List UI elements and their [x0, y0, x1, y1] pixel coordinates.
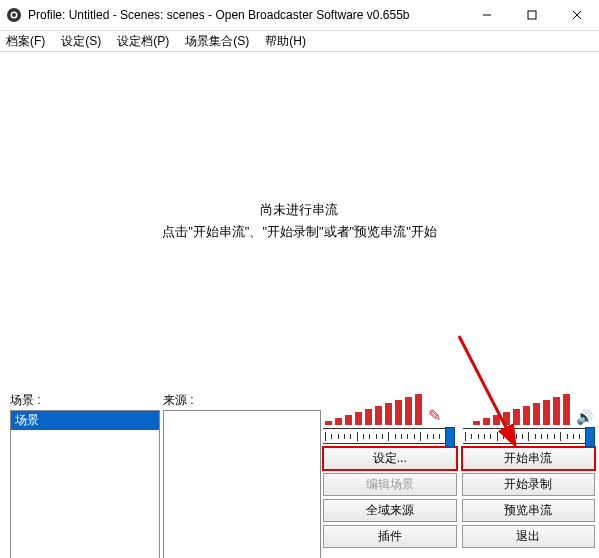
- plugins-button[interactable]: 插件: [323, 525, 457, 548]
- start-recording-button[interactable]: 开始录制: [462, 473, 596, 496]
- audio-meters: ✎ 🔊: [323, 391, 595, 425]
- scenes-label: 场景 :: [10, 391, 160, 410]
- sources-panel: 来源 :: [163, 391, 321, 558]
- controls-panel: ✎ 🔊: [321, 391, 599, 558]
- titlebar: Profile: Untitled - Scenes: scenes - Ope…: [0, 0, 599, 31]
- settings-button[interactable]: 设定...: [323, 447, 457, 470]
- app-icon: [6, 7, 22, 23]
- scenes-listbox[interactable]: 场景: [10, 410, 160, 558]
- button-grid: 设定... 开始串流 编辑场景 开始录制 全域来源 预览串流 插件 退出: [323, 447, 595, 558]
- sources-label: 来源 :: [163, 391, 321, 410]
- preview-placeholder: 尚未进行串流 点击"开始串流"、"开始录制"或者"预览串流"开始: [162, 199, 437, 243]
- close-button[interactable]: [554, 0, 599, 30]
- preview-area: 尚未进行串流 点击"开始串流"、"开始录制"或者"预览串流"开始: [0, 51, 599, 390]
- menu-scene-collections[interactable]: 场景集合(S): [183, 32, 251, 51]
- preview-stream-button[interactable]: 预览串流: [462, 499, 596, 522]
- global-sources-button[interactable]: 全域来源: [323, 499, 457, 522]
- desktop-volume-slider[interactable]: [463, 428, 595, 444]
- mic-icon[interactable]: ✎: [428, 406, 441, 425]
- scenes-panel: 场景 : 场景: [10, 391, 160, 558]
- desktop-audio-meter: 🔊: [473, 394, 593, 425]
- menu-help[interactable]: 帮助(H): [263, 32, 308, 51]
- window-controls: [464, 0, 599, 30]
- preview-line-2: 点击"开始串流"、"开始录制"或者"预览串流"开始: [162, 221, 437, 243]
- speaker-icon[interactable]: 🔊: [576, 409, 593, 425]
- mic-volume-slider[interactable]: [323, 428, 455, 444]
- edit-scene-button[interactable]: 编辑场景: [323, 473, 457, 496]
- svg-rect-4: [528, 11, 536, 19]
- menu-profiles[interactable]: 设定档(P): [115, 32, 171, 51]
- start-streaming-button[interactable]: 开始串流: [462, 447, 596, 470]
- svg-point-2: [12, 13, 16, 17]
- menu-file[interactable]: 档案(F): [4, 32, 47, 51]
- exit-button[interactable]: 退出: [462, 525, 596, 548]
- maximize-button[interactable]: [509, 0, 554, 30]
- menu-settings[interactable]: 设定(S): [59, 32, 103, 51]
- preview-line-1: 尚未进行串流: [162, 199, 437, 221]
- mic-meter: ✎: [325, 394, 441, 425]
- list-item[interactable]: 场景: [11, 411, 159, 430]
- menubar: 档案(F) 设定(S) 设定档(P) 场景集合(S) 帮助(H): [0, 31, 599, 51]
- window-title: Profile: Untitled - Scenes: scenes - Ope…: [28, 8, 464, 22]
- sources-listbox[interactable]: [163, 410, 321, 558]
- volume-sliders: [323, 428, 595, 444]
- minimize-button[interactable]: [464, 0, 509, 30]
- bottom-dock: 场景 : 场景 来源 :: [0, 390, 599, 558]
